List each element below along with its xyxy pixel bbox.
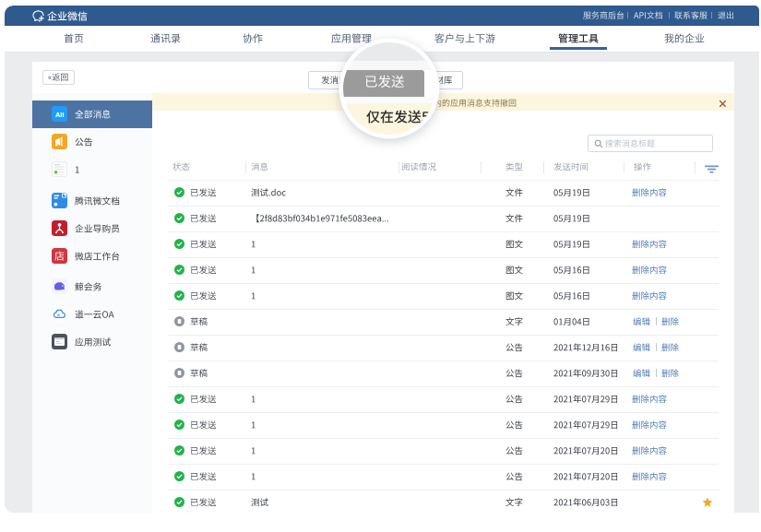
svg-text:All: All — [55, 111, 65, 119]
